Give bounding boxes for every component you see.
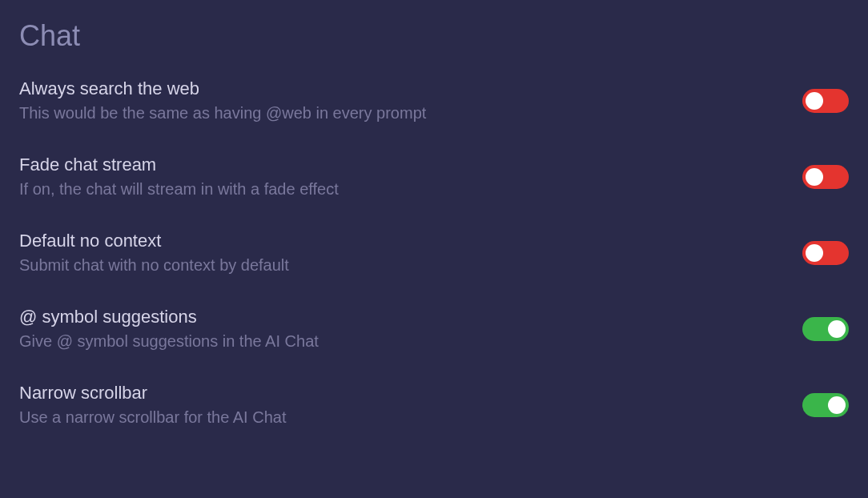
setting-description: Give @ symbol suggestions in the AI Chat <box>19 332 319 351</box>
setting-text: Always search the web This would be the … <box>19 78 426 122</box>
toggle-knob <box>828 396 846 414</box>
toggle-narrow-scrollbar[interactable] <box>802 393 849 417</box>
setting-text: Default no context Submit chat with no c… <box>19 231 289 275</box>
setting-label: Fade chat stream <box>19 155 339 175</box>
setting-text: Fade chat stream If on, the chat will st… <box>19 155 339 199</box>
section-title: Chat <box>19 19 849 53</box>
setting-label: Always search the web <box>19 78 426 99</box>
setting-text: Narrow scrollbar Use a narrow scrollbar … <box>19 383 286 427</box>
toggle-default-no-context[interactable] <box>802 241 849 265</box>
setting-row-narrow-scrollbar: Narrow scrollbar Use a narrow scrollbar … <box>19 383 849 427</box>
toggle-at-symbol-suggestions[interactable] <box>802 317 849 341</box>
setting-row-fade-chat-stream: Fade chat stream If on, the chat will st… <box>19 155 849 199</box>
setting-description: Use a narrow scrollbar for the AI Chat <box>19 408 286 427</box>
setting-text: @ symbol suggestions Give @ symbol sugge… <box>19 307 319 351</box>
setting-row-default-no-context: Default no context Submit chat with no c… <box>19 231 849 275</box>
setting-row-always-search-web: Always search the web This would be the … <box>19 78 849 122</box>
setting-description: This would be the same as having @web in… <box>19 104 426 122</box>
setting-description: Submit chat with no context by default <box>19 256 289 275</box>
setting-description: If on, the chat will stream in with a fa… <box>19 180 339 199</box>
setting-row-at-symbol-suggestions: @ symbol suggestions Give @ symbol sugge… <box>19 307 849 351</box>
toggle-always-search-web[interactable] <box>802 89 849 113</box>
toggle-fade-chat-stream[interactable] <box>802 165 849 189</box>
toggle-knob <box>806 244 823 262</box>
setting-label: Narrow scrollbar <box>19 383 286 404</box>
setting-label: Default no context <box>19 231 289 251</box>
settings-list: Always search the web This would be the … <box>19 78 849 427</box>
setting-label: @ symbol suggestions <box>19 307 319 327</box>
toggle-knob <box>806 168 823 186</box>
toggle-knob <box>806 92 823 110</box>
toggle-knob <box>828 320 846 338</box>
